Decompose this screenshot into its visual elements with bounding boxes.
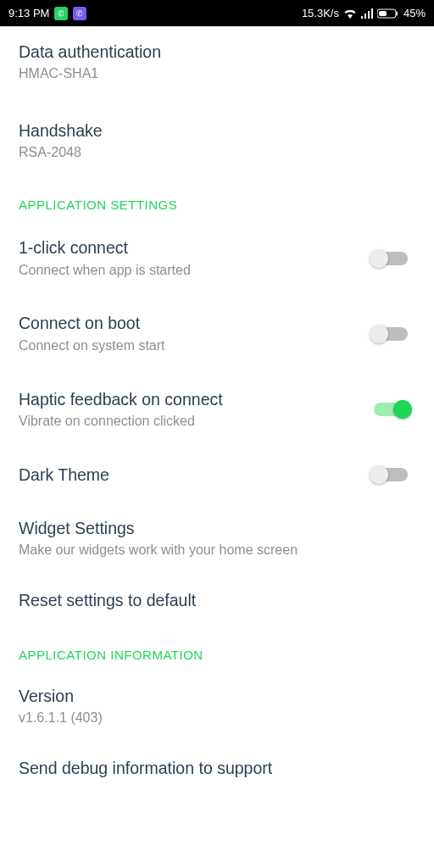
settings-content: Data authentication HMAC-SHA1 Handshake … bbox=[0, 26, 434, 794]
svg-rect-2 bbox=[379, 11, 387, 16]
whatsapp-icon: ✆ bbox=[54, 7, 68, 20]
row-connect-on-boot[interactable]: Connect on boot Connect on system start bbox=[19, 296, 415, 371]
status-left: 9:13 PM ✆ ✆ bbox=[8, 7, 86, 20]
row-title: Haptic feedback on connect bbox=[19, 389, 363, 410]
section-app-info: APPLICATION INFORMATION bbox=[19, 627, 415, 670]
switch-boot[interactable] bbox=[371, 326, 410, 342]
row-sub: v1.6.1.1 (403) bbox=[19, 709, 415, 727]
row-title: Data authentication bbox=[19, 42, 415, 63]
status-right: 15.3K/s 45% bbox=[302, 7, 426, 19]
row-handshake[interactable]: Handshake RSA-2048 bbox=[19, 105, 415, 177]
battery-icon bbox=[377, 8, 399, 19]
row-dark-theme[interactable]: Dark Theme bbox=[19, 448, 415, 503]
viber-icon: ✆ bbox=[73, 7, 86, 20]
row-title: Dark Theme bbox=[19, 465, 363, 486]
row-sub: Connect on system start bbox=[19, 337, 363, 355]
status-bar: 9:13 PM ✆ ✆ 15.3K/s 45% bbox=[0, 0, 434, 26]
row-sub: Vibrate on connection clicked bbox=[19, 413, 363, 431]
network-speed: 15.3K/s bbox=[302, 7, 339, 19]
row-title: Send debug information to support bbox=[19, 758, 415, 779]
section-app-settings: APPLICATION SETTINGS bbox=[19, 177, 415, 220]
row-title: Connect on boot bbox=[19, 313, 363, 334]
row-sub: Make our widgets work with your home scr… bbox=[19, 542, 415, 559]
row-data-auth[interactable]: Data authentication HMAC-SHA1 bbox=[19, 26, 415, 98]
row-title: Widget Settings bbox=[19, 518, 415, 539]
svg-rect-1 bbox=[396, 11, 398, 15]
row-title: Reset settings to default bbox=[19, 590, 415, 611]
row-reset-settings[interactable]: Reset settings to default bbox=[19, 575, 415, 626]
wifi-icon bbox=[343, 8, 357, 19]
row-version[interactable]: Version v1.6.1.1 (403) bbox=[19, 670, 415, 743]
battery-percent: 45% bbox=[403, 7, 426, 19]
switch-one-click[interactable] bbox=[371, 250, 410, 267]
row-title: Handshake bbox=[19, 120, 415, 142]
row-one-click-connect[interactable]: 1-click connect Connect when app is star… bbox=[19, 220, 415, 296]
switch-dark-theme[interactable] bbox=[371, 466, 410, 483]
row-sub: HMAC-SHA1 bbox=[19, 65, 415, 83]
row-sub: Connect when app is started bbox=[19, 262, 363, 280]
signal-icon bbox=[361, 8, 373, 19]
row-haptic-feedback[interactable]: Haptic feedback on connect Vibrate on co… bbox=[19, 372, 415, 448]
row-title: Version bbox=[19, 686, 415, 707]
row-send-debug[interactable]: Send debug information to support bbox=[19, 743, 415, 794]
row-title: 1-click connect bbox=[19, 237, 363, 259]
row-widget-settings[interactable]: Widget Settings Make our widgets work wi… bbox=[19, 503, 415, 575]
status-time: 9:13 PM bbox=[8, 7, 49, 19]
row-sub: RSA-2048 bbox=[19, 144, 415, 162]
switch-haptic[interactable] bbox=[371, 401, 410, 418]
